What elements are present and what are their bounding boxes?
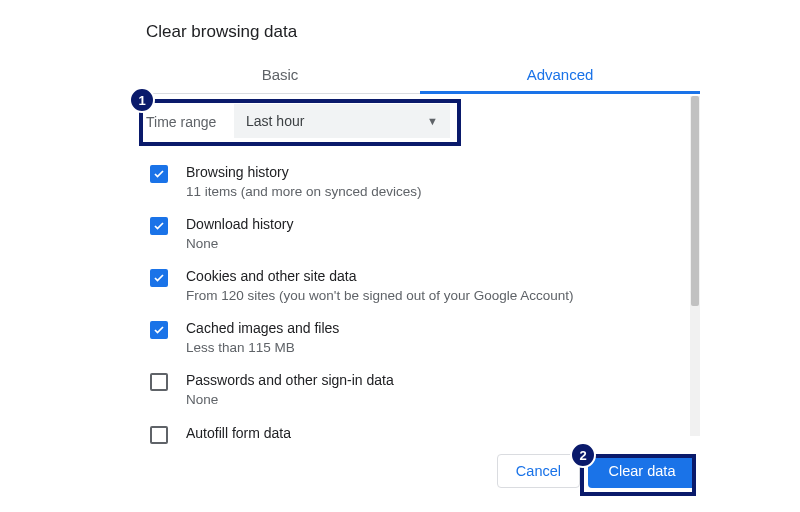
scrollbar-thumb[interactable] bbox=[691, 96, 699, 306]
cancel-button[interactable]: Cancel bbox=[497, 454, 580, 488]
option-texts: Passwords and other sign-in dataNone bbox=[186, 371, 394, 409]
clear-browsing-data-dialog: Clear browsing data Basic Advanced Time … bbox=[0, 0, 800, 512]
option-texts: Browsing history11 items (and more on sy… bbox=[186, 163, 422, 201]
option-checkbox[interactable] bbox=[150, 217, 168, 235]
tab-basic[interactable]: Basic bbox=[140, 58, 420, 93]
time-range-select[interactable]: Last hour ▼ bbox=[234, 104, 450, 138]
option-row: Browsing history11 items (and more on sy… bbox=[140, 156, 680, 208]
tab-advanced[interactable]: Advanced bbox=[420, 58, 700, 93]
option-texts: Cached images and filesLess than 115 MB bbox=[186, 319, 339, 357]
option-checkbox[interactable] bbox=[150, 165, 168, 183]
option-subtitle: None bbox=[186, 235, 293, 253]
option-subtitle: None bbox=[186, 391, 394, 409]
option-checkbox[interactable] bbox=[150, 269, 168, 287]
option-texts: Autofill form data bbox=[186, 424, 291, 443]
option-title: Passwords and other sign-in data bbox=[186, 371, 394, 390]
dialog-footer: Cancel Clear data bbox=[140, 450, 700, 492]
time-range-row: Time range Last hour ▼ bbox=[140, 96, 460, 148]
options-scroll-area: Time range Last hour ▼ Browsing history1… bbox=[140, 96, 700, 436]
clear-data-button[interactable]: Clear data bbox=[588, 454, 696, 488]
option-subtitle: 11 items (and more on synced devices) bbox=[186, 183, 422, 201]
option-title: Autofill form data bbox=[186, 424, 291, 443]
time-range-value: Last hour bbox=[246, 113, 304, 129]
chevron-down-icon: ▼ bbox=[427, 115, 438, 127]
option-checkbox[interactable] bbox=[150, 373, 168, 391]
scrollbar-track[interactable] bbox=[690, 96, 700, 436]
option-checkbox[interactable] bbox=[150, 426, 168, 444]
option-row: Cached images and filesLess than 115 MB bbox=[140, 312, 680, 364]
option-row: Autofill form data bbox=[140, 417, 680, 451]
option-checkbox[interactable] bbox=[150, 321, 168, 339]
option-title: Cookies and other site data bbox=[186, 267, 574, 286]
option-texts: Cookies and other site dataFrom 120 site… bbox=[186, 267, 574, 305]
option-row: Cookies and other site dataFrom 120 site… bbox=[140, 260, 680, 312]
option-texts: Download historyNone bbox=[186, 215, 293, 253]
time-range-label: Time range bbox=[146, 114, 216, 130]
option-subtitle: From 120 sites (you won't be signed out … bbox=[186, 287, 574, 305]
option-row: Passwords and other sign-in dataNone bbox=[140, 364, 680, 416]
option-title: Browsing history bbox=[186, 163, 422, 182]
option-row: Download historyNone bbox=[140, 208, 680, 260]
dialog-title: Clear browsing data bbox=[146, 22, 297, 42]
option-title: Cached images and files bbox=[186, 319, 339, 338]
option-title: Download history bbox=[186, 215, 293, 234]
option-subtitle: Less than 115 MB bbox=[186, 339, 339, 357]
options-list: Browsing history11 items (and more on sy… bbox=[140, 156, 680, 451]
tab-bar: Basic Advanced bbox=[140, 58, 700, 94]
